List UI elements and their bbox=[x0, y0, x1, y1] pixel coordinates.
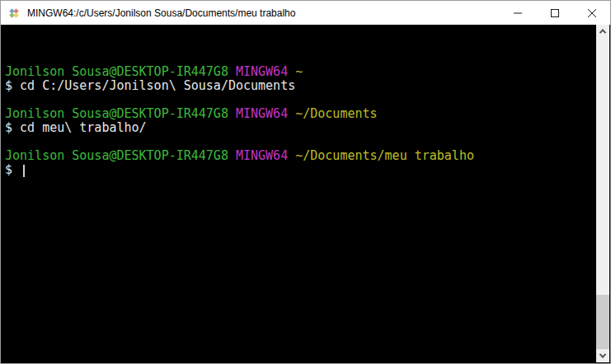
msystem-label: MINGW64 bbox=[236, 64, 288, 79]
command-text: $ cd C:/Users/Jonilson\ Sousa/Documents bbox=[5, 78, 295, 93]
close-icon bbox=[588, 9, 596, 17]
msystem-label: MINGW64 bbox=[236, 148, 288, 163]
minimize-button[interactable] bbox=[499, 1, 536, 25]
blank-line bbox=[5, 135, 594, 149]
title-bar[interactable]: MINGW64:/c/Users/Jonilson Sousa/Document… bbox=[1, 1, 610, 25]
prompt-line: Jonilson Sousa@DESKTOP-IR447G8 MINGW64 ~… bbox=[5, 149, 594, 163]
chevron-down-icon bbox=[599, 351, 606, 357]
command-line: $ bbox=[5, 163, 594, 177]
window-title: MINGW64:/c/Users/Jonilson Sousa/Document… bbox=[27, 7, 499, 19]
terminal-area[interactable]: Jonilson Sousa@DESKTOP-IR447G8 MINGW64 ~… bbox=[1, 25, 610, 363]
minimize-icon bbox=[514, 9, 522, 17]
user-host: Jonilson Sousa@DESKTOP-IR447G8 bbox=[5, 148, 228, 163]
cwd-path: ~/Documents/meu trabalho bbox=[295, 148, 474, 163]
vertical-scrollbar[interactable] bbox=[596, 25, 609, 362]
command-text: $ cd meu\ trabalho/ bbox=[5, 120, 147, 135]
git-bash-app-icon[interactable] bbox=[7, 7, 21, 20]
scrollbar-thumb[interactable] bbox=[596, 295, 609, 349]
cwd-path: ~ bbox=[295, 64, 303, 79]
scroll-down-button[interactable] bbox=[596, 349, 609, 362]
mintty-window: MINGW64:/c/Users/Jonilson Sousa/Document… bbox=[0, 0, 611, 364]
command-line: $ cd C:/Users/Jonilson\ Sousa/Documents bbox=[5, 79, 594, 93]
msystem-label: MINGW64 bbox=[236, 106, 288, 121]
prompt-line: Jonilson Sousa@DESKTOP-IR447G8 MINGW64 ~… bbox=[5, 107, 594, 121]
user-host: Jonilson Sousa@DESKTOP-IR447G8 bbox=[5, 106, 228, 121]
scroll-up-button[interactable] bbox=[596, 25, 609, 38]
chevron-up-icon bbox=[599, 29, 606, 35]
text-cursor bbox=[23, 165, 25, 177]
maximize-button[interactable] bbox=[536, 1, 573, 25]
maximize-icon bbox=[551, 9, 559, 17]
command-line: $ cd meu\ trabalho/ bbox=[5, 121, 594, 135]
blank-line bbox=[5, 93, 594, 107]
prompt-line: Jonilson Sousa@DESKTOP-IR447G8 MINGW64 ~ bbox=[5, 65, 594, 79]
terminal-lines: Jonilson Sousa@DESKTOP-IR447G8 MINGW64 ~… bbox=[5, 65, 594, 177]
cwd-path: ~/Documents bbox=[295, 106, 377, 121]
command-text: $ bbox=[5, 162, 20, 177]
window-controls bbox=[499, 1, 610, 25]
close-button[interactable] bbox=[573, 1, 610, 25]
user-host: Jonilson Sousa@DESKTOP-IR447G8 bbox=[5, 64, 228, 79]
